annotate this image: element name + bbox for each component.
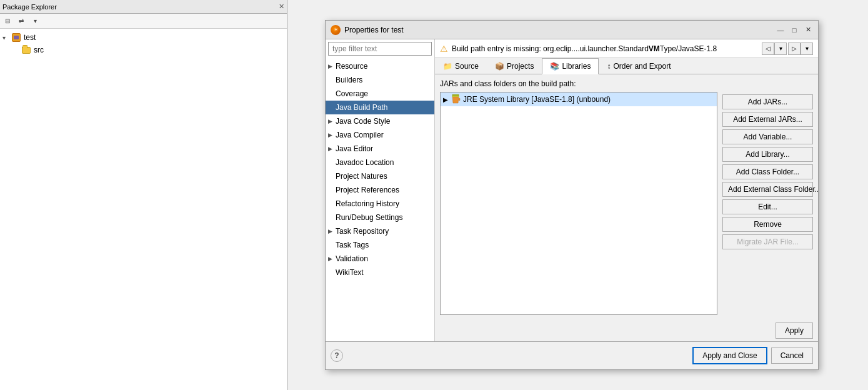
build-path-section: JARs and class folders on the build path… [440, 79, 717, 315]
tab-projects[interactable]: 📦 Projects [487, 58, 542, 74]
dialog-sidebar: ▶ Resource Builders Coverage [326, 39, 435, 341]
sidebar-item-refactoring[interactable]: Refactoring History [326, 197, 434, 211]
prev-arrow-group: ◁ ▾ [762, 42, 787, 55]
sidebar-item-label: Project References [336, 186, 399, 194]
libraries-content: JARs and class folders on the build path… [435, 74, 818, 320]
expand-icon: ▶ [328, 132, 336, 138]
filter-input[interactable] [328, 42, 432, 56]
warning-message: Build path entry is missing: org.eclip..… [452, 44, 758, 53]
dialog-main-content: ⚠ Build path entry is missing: org.eclip… [435, 39, 818, 341]
migrate-jar-button[interactable]: Migrate JAR File... [722, 234, 813, 249]
warning-bar: ⚠ Build path entry is missing: org.eclip… [435, 39, 818, 58]
sidebar-item-java-code-style[interactable]: ▶ Java Code Style [326, 114, 434, 128]
next-arrow-btn[interactable]: ▷ [788, 42, 801, 55]
sidebar-items-list: ▶ Resource Builders Coverage [326, 58, 434, 341]
library-item-jre[interactable]: ▶ JRE Syste [441, 92, 717, 106]
sidebar-item-label: Run/Debug Settings [336, 213, 402, 222]
section-label: JARs and class folders on the build path… [440, 79, 717, 88]
tab-projects-label: Projects [507, 62, 534, 71]
warning-icon: ⚠ [440, 44, 448, 54]
add-library-button[interactable]: Add Library... [722, 147, 813, 162]
apply-and-close-button[interactable]: Apply and Close [692, 347, 767, 364]
svg-rect-0 [452, 94, 459, 96]
tab-order-label: Order and Export [613, 62, 671, 71]
sidebar-item-label: Refactoring History [336, 199, 399, 208]
add-jars-button[interactable]: Add JARs... [722, 94, 813, 109]
projects-tab-icon: 📦 [495, 62, 504, 71]
sidebar-item-task-tags[interactable]: Task Tags [326, 238, 434, 252]
sidebar-item-label: Builders [336, 76, 362, 84]
eclipse-icon: ☀ [331, 25, 341, 35]
sidebar-item-label: Resource [336, 62, 367, 71]
dialog-title: Properties for test [344, 26, 772, 34]
nav-arrows: ◁ ▾ ▷ ▾ [762, 42, 813, 55]
sidebar-item-label: Coverage [336, 89, 368, 98]
libraries-tab-icon: 📚 [550, 62, 559, 71]
close-button[interactable]: ✕ [803, 25, 813, 35]
tab-source[interactable]: 📁 Source [435, 58, 487, 74]
sidebar-item-java-build-path[interactable]: Java Build Path [326, 101, 434, 114]
action-buttons: Add JARs... Add External JARs... Add Var… [722, 79, 813, 315]
dialog-footer: ? Apply and Close Cancel [326, 341, 818, 369]
add-external-jars-button[interactable]: Add External JARs... [722, 112, 813, 127]
sidebar-item-run-debug[interactable]: Run/Debug Settings [326, 211, 434, 224]
tabs-bar: 📁 Source 📦 Projects 📚 Libraries ↕ Order … [435, 58, 818, 74]
expand-icon: ▶ [328, 63, 336, 69]
properties-dialog: ☀ Properties for test — □ ✕ ▶ Resource [325, 20, 819, 370]
remove-button[interactable]: Remove [722, 217, 813, 232]
expand-icon: ▶ [328, 146, 336, 152]
sidebar-item-label: Task Repository [336, 227, 389, 236]
tab-order-export[interactable]: ↕ Order and Export [599, 58, 679, 74]
next-dropdown-btn[interactable]: ▾ [801, 42, 813, 55]
sidebar-item-project-references[interactable]: Project References [326, 183, 434, 197]
sidebar-item-label: WikiText [336, 268, 364, 277]
dialog-body: ▶ Resource Builders Coverage [326, 39, 818, 341]
sidebar-item-javadoc[interactable]: Javadoc Location [326, 156, 434, 169]
sidebar-item-builders[interactable]: Builders [326, 73, 434, 87]
sidebar-item-wikitext[interactable]: WikiText [326, 266, 434, 279]
sidebar-item-java-editor[interactable]: ▶ Java Editor [326, 142, 434, 156]
library-tree-list[interactable]: ▶ JRE Syste [440, 92, 717, 315]
expand-icon: ▶ [328, 228, 336, 234]
sidebar-item-label: Java Build Path [336, 103, 387, 112]
source-tab-icon: 📁 [443, 62, 452, 71]
add-class-folder-button[interactable]: Add Class Folder... [722, 164, 813, 179]
sidebar-item-label: Java Compiler [336, 131, 384, 139]
sidebar-item-label: Java Code Style [336, 117, 390, 126]
maximize-button[interactable]: □ [789, 25, 799, 35]
prev-arrow-btn[interactable]: ◁ [762, 42, 774, 55]
apply-button[interactable]: Apply [776, 322, 813, 339]
jre-item-label: JRE System Library [JavaSE-1.8] (unbound… [463, 95, 611, 104]
sidebar-item-label: Project Natures [336, 172, 387, 181]
expand-icon: ▶ [328, 118, 336, 124]
tab-libraries[interactable]: 📚 Libraries [542, 58, 599, 74]
sidebar-item-label: Validation [336, 254, 368, 263]
next-arrow-group: ▷ ▾ [788, 42, 813, 55]
cancel-button[interactable]: Cancel [771, 348, 813, 364]
dialog-titlebar: ☀ Properties for test — □ ✕ [326, 21, 818, 39]
sidebar-item-coverage[interactable]: Coverage [326, 87, 434, 101]
sidebar-item-label: Javadoc Location [336, 158, 394, 167]
sidebar-item-project-natures[interactable]: Project Natures [326, 169, 434, 183]
edit-button[interactable]: Edit... [722, 199, 813, 214]
sidebar-item-label: Java Editor [336, 144, 373, 153]
order-tab-icon: ↕ [607, 62, 611, 71]
expand-icon: ▶ [328, 256, 336, 262]
apply-row: Apply [435, 320, 818, 341]
modal-overlay: ☀ Properties for test — □ ✕ ▶ Resource [0, 0, 868, 390]
minimize-button[interactable]: — [776, 25, 786, 35]
tab-source-label: Source [455, 62, 479, 71]
add-external-class-folder-button[interactable]: Add External Class Folder... [722, 182, 813, 197]
jre-icon [451, 94, 461, 104]
add-variable-button[interactable]: Add Variable... [722, 129, 813, 144]
expand-chevron: ▶ [443, 96, 448, 103]
help-button[interactable]: ? [331, 349, 343, 362]
svg-rect-2 [459, 98, 460, 101]
sidebar-item-java-compiler[interactable]: ▶ Java Compiler [326, 128, 434, 142]
tab-libraries-label: Libraries [562, 62, 591, 71]
prev-dropdown-btn[interactable]: ▾ [774, 42, 787, 55]
sidebar-item-task-repository[interactable]: ▶ Task Repository [326, 224, 434, 238]
sidebar-item-resource[interactable]: ▶ Resource [326, 59, 434, 73]
sidebar-item-label: Task Tags [336, 241, 369, 249]
sidebar-item-validation[interactable]: ▶ Validation [326, 252, 434, 266]
